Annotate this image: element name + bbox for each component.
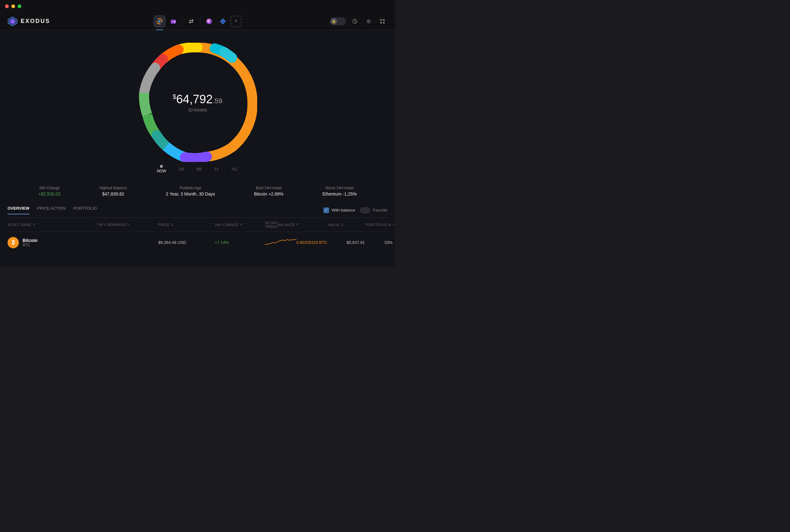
btc-24h-change: +7.14% bbox=[215, 240, 265, 245]
tab-overview[interactable]: OVERVIEW bbox=[7, 206, 30, 214]
btc-symbol: BTC bbox=[23, 243, 37, 247]
portfolio-value: $64,792.59 bbox=[173, 93, 222, 106]
asset-info-btc: ₿ Bitcoin BTC bbox=[7, 237, 95, 248]
sort-apy-icon: ⇅ bbox=[127, 223, 130, 226]
btc-icon: ₿ bbox=[7, 237, 19, 248]
with-balance-label: With balance bbox=[332, 208, 355, 212]
btc-balance: 0.60205315 BTC bbox=[296, 240, 347, 245]
main-content: $64,792.59 10 Assets NOW 1M 6M 1Y ALL bbox=[0, 30, 395, 266]
stat-best-label: Best 24H Asset bbox=[254, 186, 284, 190]
stat-portfolio-age: Portfolio Age 2 Year, 3 Month, 30 Days bbox=[166, 186, 215, 196]
sort-24h-icon: ⇅ bbox=[240, 223, 242, 226]
stat-highest-balance: Highest Balance $47,839.82 bbox=[99, 186, 127, 196]
th-30day-trend: 30 DAY TREND bbox=[265, 221, 278, 228]
lock-knob: 🔒 bbox=[331, 18, 337, 24]
btc-portfolio-pct: 33% bbox=[384, 240, 395, 245]
nav-portfolio-button[interactable] bbox=[153, 15, 166, 27]
th-price[interactable]: PRICE ⇅ bbox=[158, 221, 215, 228]
maximize-dot[interactable] bbox=[18, 4, 21, 8]
sort-portfolio-icon: ⇅ bbox=[393, 223, 395, 226]
stat-highest-label: Highest Balance bbox=[99, 186, 127, 190]
svg-rect-12 bbox=[380, 19, 382, 21]
title-bar bbox=[0, 0, 395, 13]
timeline: NOW 1M 6M 1Y ALL bbox=[151, 165, 245, 173]
table-area: OVERVIEW PRICE ACTION PORTFOLIO ✓ With b… bbox=[0, 206, 395, 253]
sort-asset-icon: ⇅ bbox=[33, 223, 36, 226]
stat-worst-asset: Worst 24H Asset Ethereum -1,25% bbox=[322, 186, 357, 196]
history-button[interactable] bbox=[350, 16, 360, 26]
sort-price-icon: ⇅ bbox=[171, 223, 174, 226]
donut-chart: $64,792.59 10 Assets bbox=[138, 43, 257, 162]
timeline-1m[interactable]: 1M bbox=[178, 167, 184, 171]
stat-best-asset: Best 24H Asset Bitcoin +2.89% bbox=[254, 186, 284, 196]
nav-add-button[interactable]: + bbox=[230, 16, 242, 27]
table-tabs: OVERVIEW PRICE ACTION PORTFOLIO ✓ With b… bbox=[7, 206, 388, 218]
nav-nft-button[interactable]: ✦ bbox=[203, 15, 215, 27]
stat-24h-change: 24h Change +$2,930.03 bbox=[38, 186, 60, 196]
table-header: ASSET NAME ⇅ ? APY REWARDS ⇅ PRICE ⇅ 24H… bbox=[7, 218, 388, 232]
btc-sparkline bbox=[265, 236, 296, 249]
nav-divider-2 bbox=[200, 18, 200, 25]
timeline-6m[interactable]: 6M bbox=[196, 167, 202, 171]
th-24h-change[interactable]: 24H CHANGE ⇅ bbox=[215, 221, 265, 228]
timeline-all[interactable]: ALL bbox=[231, 167, 238, 171]
favorite-toggle-box bbox=[360, 207, 370, 213]
stat-24h-label: 24h Change bbox=[38, 186, 60, 190]
nav-right: 🔒 bbox=[330, 16, 388, 26]
nav-web3-button[interactable] bbox=[217, 15, 229, 27]
nav-exchange-button[interactable] bbox=[185, 15, 198, 27]
with-balance-toggle[interactable]: ✓ With balance bbox=[323, 207, 355, 213]
minimize-dot[interactable] bbox=[11, 4, 15, 8]
stat-age-label: Portfolio Age bbox=[166, 186, 215, 190]
close-dot[interactable] bbox=[5, 4, 9, 8]
stat-worst-value: Ethereum -1,25% bbox=[322, 191, 357, 196]
donut-center-text: $64,792.59 10 Assets bbox=[173, 93, 222, 112]
stat-best-value: Bitcoin +2.89% bbox=[254, 191, 284, 196]
table-row[interactable]: ₿ Bitcoin BTC $9,364.48 USD +7.14% 0.602… bbox=[7, 232, 388, 253]
table-controls: ✓ With balance Favorite bbox=[323, 207, 388, 213]
th-portfolio-pct[interactable]: PORTFOLIO % ⇅ bbox=[365, 221, 395, 228]
timeline-1y[interactable]: 1Y bbox=[214, 167, 219, 171]
svg-point-11 bbox=[368, 20, 370, 22]
nav-center: ✦ + bbox=[153, 15, 242, 27]
sort-value-icon: ⇅ bbox=[341, 223, 344, 226]
tab-portfolio[interactable]: PORTFOLIO bbox=[74, 206, 97, 214]
exodus-logo-icon bbox=[7, 16, 18, 26]
btc-price: $9,364.48 USD bbox=[158, 240, 215, 245]
settings-button[interactable] bbox=[363, 16, 374, 26]
help-icon: ? bbox=[95, 223, 97, 227]
stat-highest-value: $47,839.82 bbox=[99, 191, 127, 196]
svg-rect-15 bbox=[383, 22, 384, 23]
lock-toggle[interactable]: 🔒 bbox=[330, 17, 346, 25]
svg-rect-6 bbox=[174, 21, 175, 22]
th-value[interactable]: VALUE ⇅ bbox=[328, 221, 365, 228]
btc-sparkline-svg bbox=[265, 236, 296, 248]
svg-point-9 bbox=[222, 20, 224, 22]
logo: EXODUS bbox=[7, 16, 50, 26]
svg-rect-13 bbox=[383, 19, 384, 21]
th-balance[interactable]: BALANCE ⇅ bbox=[278, 221, 328, 228]
chart-area: $64,792.59 10 Assets NOW 1M 6M 1Y ALL bbox=[0, 36, 395, 176]
svg-rect-14 bbox=[380, 22, 382, 23]
btc-name: Bitcoin bbox=[23, 238, 37, 243]
svg-marker-1 bbox=[10, 19, 15, 24]
favorite-label: Favorite bbox=[373, 208, 388, 212]
th-asset-name[interactable]: ASSET NAME ⇅ bbox=[7, 221, 95, 228]
stat-24h-value: +$2,930.03 bbox=[38, 191, 60, 196]
stat-age-value: 2 Year, 3 Month, 30 Days bbox=[166, 191, 215, 196]
nav-wallet-button[interactable] bbox=[167, 15, 180, 27]
nav-divider-1 bbox=[182, 18, 183, 25]
sort-balance-icon: ⇅ bbox=[296, 223, 299, 226]
th-apy[interactable]: ? APY REWARDS ⇅ bbox=[95, 221, 158, 228]
svg-text:✦: ✦ bbox=[208, 20, 210, 23]
favorite-toggle[interactable]: Favorite bbox=[360, 207, 388, 213]
timeline-now[interactable]: NOW bbox=[157, 165, 166, 173]
stat-worst-label: Worst 24H Asset bbox=[322, 186, 357, 190]
header: EXODUS bbox=[0, 13, 395, 30]
logo-text: EXODUS bbox=[21, 18, 50, 24]
apps-button[interactable] bbox=[377, 16, 388, 26]
timeline-dot-now bbox=[160, 165, 163, 168]
btc-value: $5,637.91 bbox=[347, 240, 384, 245]
assets-count: 10 Assets bbox=[173, 107, 222, 112]
tab-price-action[interactable]: PRICE ACTION bbox=[37, 206, 66, 214]
